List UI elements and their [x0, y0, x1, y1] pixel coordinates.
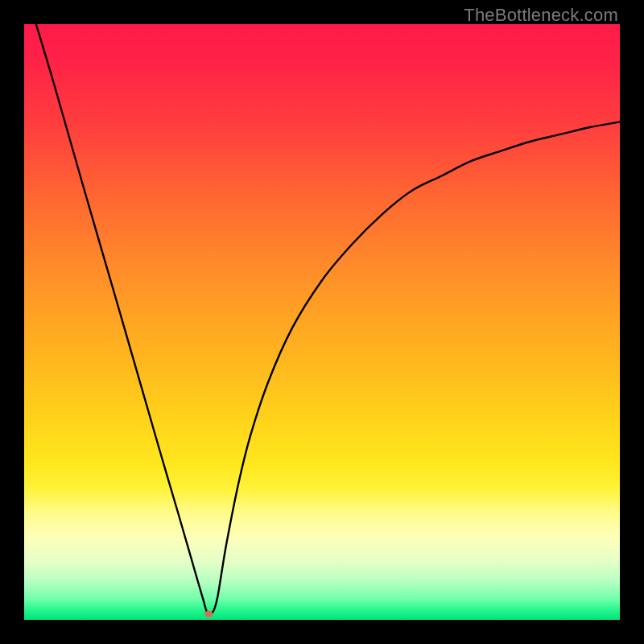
minimum-marker	[204, 611, 213, 617]
plot-area	[24, 24, 620, 620]
chart-svg	[24, 24, 620, 620]
chart-background	[24, 24, 620, 620]
watermark-text: TheBottleneck.com	[464, 5, 618, 26]
chart-container: TheBottleneck.com	[0, 0, 644, 644]
